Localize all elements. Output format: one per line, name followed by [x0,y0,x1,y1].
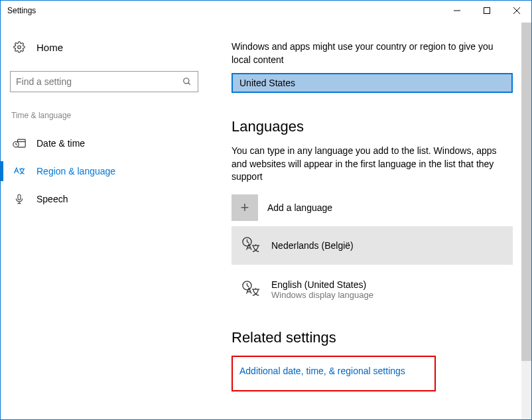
language-glyph-icon [241,236,262,255]
region-value: United States [239,78,505,88]
microphone-icon [13,193,26,205]
content-area: Windows and apps might use your country … [208,21,531,419]
search-box[interactable] [10,71,198,92]
svg-point-4 [18,46,21,49]
close-button[interactable] [501,1,531,21]
titlebar: Settings [1,1,531,21]
language-item[interactable]: Nederlands (België) [232,226,513,265]
sidebar: Home Time & language Date & time Region … [1,21,208,419]
related-settings-heading: Related settings [232,329,507,346]
language-icon [13,165,26,177]
svg-line-20 [247,242,249,243]
sidebar-item-label: Region & language [36,166,115,176]
language-name: Nederlands (België) [271,240,354,251]
add-language-label: Add a language [267,202,332,213]
svg-line-26 [247,286,249,287]
clock-calendar-icon [13,137,26,149]
maximize-button[interactable] [472,1,501,21]
scrollbar-thumb[interactable] [521,23,531,361]
sidebar-item-label: Speech [36,194,68,204]
sidebar-item-region-language[interactable]: Region & language [10,157,198,185]
search-input[interactable] [16,76,182,87]
plus-icon: + [232,194,258,221]
languages-heading: Languages [232,118,507,135]
highlighted-box: Additional date, time, & regional settin… [232,356,436,391]
svg-rect-15 [18,194,21,200]
sidebar-section-label: Time & language [10,111,198,120]
additional-settings-link[interactable]: Additional date, time, & regional settin… [239,366,405,376]
add-language-button[interactable]: + Add a language [232,194,513,221]
svg-line-11 [16,145,17,145]
gear-icon [13,40,26,54]
region-intro-text: Windows and apps might use your country … [232,40,507,66]
window-title: Settings [7,6,442,15]
language-subtitle: Windows display language [271,290,373,300]
home-button[interactable]: Home [10,36,198,58]
svg-rect-1 [484,8,490,14]
scrollbar[interactable] [521,23,531,419]
sidebar-item-label: Date & time [36,138,85,149]
languages-description: You can type in any language you add to … [232,145,507,184]
language-name: English (United States) [271,279,373,290]
language-item[interactable]: English (United States) Windows display … [232,270,513,309]
search-icon [182,76,192,87]
minimize-button[interactable] [442,1,472,21]
svg-line-6 [188,83,190,85]
sidebar-item-date-time[interactable]: Date & time [10,129,198,157]
svg-point-5 [184,78,189,84]
sidebar-item-speech[interactable]: Speech [10,185,198,213]
language-glyph-icon [241,279,262,299]
home-label: Home [36,42,63,53]
region-dropdown[interactable]: United States [232,73,513,93]
